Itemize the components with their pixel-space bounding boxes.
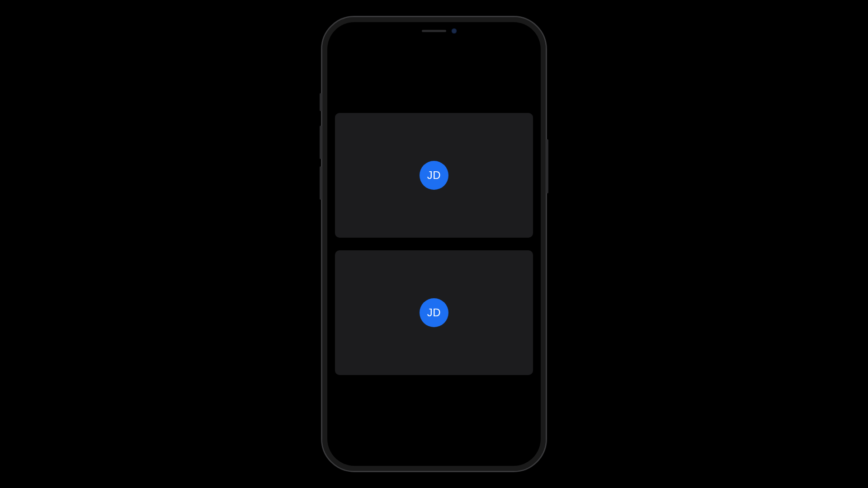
avatar: JD xyxy=(420,298,448,327)
phone-screen: JD JD xyxy=(328,23,540,465)
video-call-content: JD JD xyxy=(328,23,540,465)
participant-tile[interactable]: JD xyxy=(335,113,533,238)
avatar-initials: JD xyxy=(427,169,441,182)
avatar-initials: JD xyxy=(427,306,441,319)
avatar: JD xyxy=(420,161,448,190)
volume-down-button[interactable] xyxy=(320,166,322,200)
power-button[interactable] xyxy=(546,139,548,193)
mute-switch[interactable] xyxy=(320,93,322,111)
volume-up-button[interactable] xyxy=(320,126,322,159)
front-camera-icon xyxy=(452,28,457,33)
participant-tile[interactable]: JD xyxy=(335,250,533,375)
phone-notch xyxy=(384,23,484,39)
phone-device-frame: JD JD xyxy=(321,16,547,472)
speaker-grille xyxy=(422,30,446,32)
